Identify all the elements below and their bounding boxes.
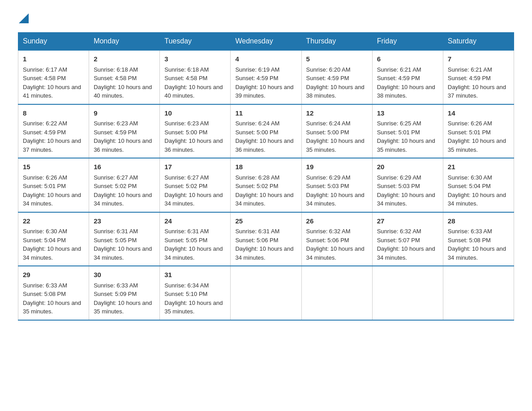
daylight-text: Daylight: 10 hours and 34 minutes. [448,245,506,261]
calendar-cell [231,266,301,320]
sunrise-text: Sunrise: 6:26 AM [23,174,67,181]
daylight-text: Daylight: 10 hours and 34 minutes. [235,192,293,207]
sunset-text: Sunset: 4:59 PM [235,75,278,81]
calendar-cell: 8Sunrise: 6:22 AMSunset: 4:59 PMDaylight… [18,104,89,158]
day-number: 16 [94,162,155,172]
calendar-cell: 23Sunrise: 6:31 AMSunset: 5:05 PMDayligh… [89,212,160,266]
sunrise-text: Sunrise: 6:27 AM [164,174,209,181]
calendar-cell: 14Sunrise: 6:26 AMSunset: 5:01 PMDayligh… [443,104,514,158]
day-number: 14 [448,108,509,119]
sunset-text: Sunset: 4:59 PM [23,129,66,136]
sunrise-text: Sunrise: 6:24 AM [306,120,351,127]
calendar-cell: 9Sunrise: 6:23 AMSunset: 4:59 PMDaylight… [89,104,160,158]
day-header-saturday: Saturday [443,33,514,51]
sunset-text: Sunset: 5:06 PM [235,237,278,244]
day-number: 9 [94,108,155,119]
calendar-cell: 19Sunrise: 6:29 AMSunset: 5:03 PMDayligh… [301,158,372,212]
sunset-text: Sunset: 5:00 PM [235,129,278,136]
daylight-text: Daylight: 10 hours and 39 minutes. [235,84,293,99]
sunset-text: Sunset: 5:01 PM [23,183,66,189]
daylight-text: Daylight: 10 hours and 34 minutes. [377,192,435,207]
day-number: 27 [377,216,438,227]
calendar-cell: 7Sunrise: 6:21 AMSunset: 4:59 PMDaylight… [443,50,514,104]
sunset-text: Sunset: 5:09 PM [94,291,137,297]
calendar-cell: 22Sunrise: 6:30 AMSunset: 5:04 PMDayligh… [18,212,89,266]
sunset-text: Sunset: 5:05 PM [164,237,207,244]
day-number: 13 [377,108,438,119]
daylight-text: Daylight: 10 hours and 35 minutes. [377,137,435,153]
sunrise-text: Sunrise: 6:30 AM [23,228,67,235]
sunrise-text: Sunrise: 6:32 AM [306,228,351,235]
day-number: 20 [377,162,438,172]
sunset-text: Sunset: 5:04 PM [23,237,66,244]
sunset-text: Sunset: 4:58 PM [23,75,66,81]
day-number: 29 [23,270,84,280]
day-number: 5 [306,54,368,64]
calendar-cell: 3Sunrise: 6:18 AMSunset: 4:58 PMDaylight… [160,50,231,104]
daylight-text: Daylight: 10 hours and 34 minutes. [306,245,365,261]
sunset-text: Sunset: 5:06 PM [306,237,349,244]
daylight-text: Daylight: 10 hours and 36 minutes. [235,137,293,153]
calendar-cell [443,266,514,320]
day-number: 7 [448,54,509,64]
daylight-text: Daylight: 10 hours and 34 minutes. [306,192,365,207]
day-number: 6 [377,54,438,64]
day-number: 1 [23,54,84,64]
calendar-cell: 10Sunrise: 6:23 AMSunset: 5:00 PMDayligh… [160,104,231,158]
day-number: 4 [235,54,296,64]
sunrise-text: Sunrise: 6:33 AM [23,282,67,289]
week-row-4: 22Sunrise: 6:30 AMSunset: 5:04 PMDayligh… [18,212,514,266]
week-row-1: 1Sunrise: 6:17 AMSunset: 4:58 PMDaylight… [18,50,514,104]
daylight-text: Daylight: 10 hours and 34 minutes. [164,192,223,207]
svg-marker-0 [19,13,29,23]
day-number: 2 [94,54,155,64]
week-row-3: 15Sunrise: 6:26 AMSunset: 5:01 PMDayligh… [18,158,514,212]
header-row: SundayMondayTuesdayWednesdayThursdayFrid… [18,33,514,51]
sunset-text: Sunset: 4:59 PM [448,75,491,81]
day-number: 18 [235,162,296,172]
daylight-text: Daylight: 10 hours and 34 minutes. [235,245,293,261]
day-number: 28 [448,216,509,227]
sunset-text: Sunset: 4:59 PM [377,75,420,81]
day-number: 23 [94,216,155,227]
calendar-cell: 5Sunrise: 6:20 AMSunset: 4:59 PMDaylight… [301,50,372,104]
calendar-cell: 2Sunrise: 6:18 AMSunset: 4:58 PMDaylight… [89,50,160,104]
sunset-text: Sunset: 4:58 PM [164,75,207,81]
sunrise-text: Sunrise: 6:26 AM [448,120,492,127]
sunrise-text: Sunrise: 6:17 AM [23,66,67,73]
calendar-body: 1Sunrise: 6:17 AMSunset: 4:58 PMDaylight… [18,50,514,320]
calendar-cell: 4Sunrise: 6:19 AMSunset: 4:59 PMDaylight… [231,50,301,104]
sunset-text: Sunset: 5:02 PM [164,183,207,189]
daylight-text: Daylight: 10 hours and 34 minutes. [94,192,152,207]
sunrise-text: Sunrise: 6:30 AM [448,174,492,181]
calendar-cell: 24Sunrise: 6:31 AMSunset: 5:05 PMDayligh… [160,212,231,266]
sunrise-text: Sunrise: 6:18 AM [164,66,209,73]
calendar-cell: 25Sunrise: 6:31 AMSunset: 5:06 PMDayligh… [231,212,301,266]
daylight-text: Daylight: 10 hours and 37 minutes. [23,137,81,153]
day-header-sunday: Sunday [18,33,89,51]
sunrise-text: Sunrise: 6:21 AM [448,66,492,73]
daylight-text: Daylight: 10 hours and 36 minutes. [164,137,223,153]
day-number: 10 [164,108,226,119]
day-header-tuesday: Tuesday [160,33,231,51]
sunrise-text: Sunrise: 6:32 AM [377,228,421,235]
day-number: 21 [448,162,509,172]
calendar-cell: 11Sunrise: 6:24 AMSunset: 5:00 PMDayligh… [231,104,301,158]
sunset-text: Sunset: 5:01 PM [448,129,491,136]
daylight-text: Daylight: 10 hours and 34 minutes. [377,245,435,261]
day-number: 31 [164,270,226,280]
logo-triangle-icon [19,13,29,23]
day-number: 19 [306,162,368,172]
calendar-cell: 29Sunrise: 6:33 AMSunset: 5:08 PMDayligh… [18,266,89,320]
calendar-cell: 26Sunrise: 6:32 AMSunset: 5:06 PMDayligh… [301,212,372,266]
sunrise-text: Sunrise: 6:33 AM [94,282,138,289]
sunrise-text: Sunrise: 6:24 AM [235,120,279,127]
daylight-text: Daylight: 10 hours and 34 minutes. [94,245,152,261]
sunset-text: Sunset: 5:00 PM [306,129,349,136]
daylight-text: Daylight: 10 hours and 34 minutes. [23,192,81,207]
sunset-text: Sunset: 4:59 PM [306,75,349,81]
sunset-text: Sunset: 5:02 PM [235,183,278,189]
sunset-text: Sunset: 5:01 PM [377,129,420,136]
sunset-text: Sunset: 5:08 PM [448,237,491,244]
sunset-text: Sunset: 5:00 PM [164,129,207,136]
